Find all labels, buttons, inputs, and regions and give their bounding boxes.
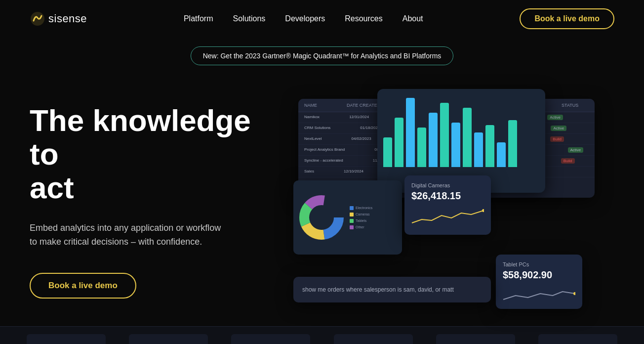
hero-left: The knowledge to act Embed analytics int… bbox=[30, 89, 267, 299]
logo-text: sisense bbox=[48, 12, 87, 25]
chart-bar bbox=[497, 142, 506, 167]
strip-item bbox=[538, 334, 617, 344]
pie-chart bbox=[299, 195, 344, 240]
strip-item bbox=[334, 334, 413, 344]
strip-item bbox=[436, 334, 515, 344]
chart-bar bbox=[451, 123, 460, 167]
navigation: sisense Platform Solutions Developers Re… bbox=[0, 0, 644, 38]
ai-query-bar: show me orders where salesperson is sam,… bbox=[293, 277, 491, 302]
hero-section: The knowledge to act Embed analytics int… bbox=[0, 69, 644, 326]
logo-icon bbox=[30, 11, 45, 27]
kpi-value: $26,418.15 bbox=[411, 190, 484, 202]
sparkline-chart bbox=[503, 285, 575, 302]
legend-item: Cameras bbox=[350, 213, 372, 216]
hero-heading: The knowledge to act bbox=[30, 104, 267, 205]
pie-chart-panel: Electronics Cameras Tablets Other bbox=[293, 180, 402, 255]
nav-platform[interactable]: Platform bbox=[184, 14, 213, 23]
strip-item bbox=[27, 334, 106, 344]
nav-developers[interactable]: Developers bbox=[285, 14, 325, 23]
pie-legend: Electronics Cameras Tablets Other bbox=[350, 206, 372, 229]
strip-item bbox=[129, 334, 208, 344]
svg-point-5 bbox=[313, 209, 330, 226]
nav-cta-button[interactable]: Book a live demo bbox=[520, 8, 614, 29]
bottom-strip bbox=[0, 326, 644, 344]
chart-bar bbox=[417, 128, 426, 167]
kpi-label: Digital Cameras bbox=[411, 182, 484, 188]
strip-item bbox=[231, 334, 310, 344]
legend-item: Other bbox=[350, 225, 372, 229]
chart-bar bbox=[406, 98, 415, 167]
query-text: show me orders where salesperson is sam,… bbox=[302, 286, 454, 293]
chart-bar bbox=[508, 120, 517, 167]
banner: New: Get the 2023 Gartner® Magic Quadran… bbox=[0, 38, 644, 69]
kpi-card-digital-cameras: Digital Cameras $26,418.15 bbox=[404, 175, 491, 235]
legend-item: Electronics bbox=[350, 206, 372, 210]
logo[interactable]: sisense bbox=[30, 11, 87, 27]
banner-pill[interactable]: New: Get the 2023 Gartner® Magic Quadran… bbox=[191, 46, 454, 65]
kpi-card-tablet-pcs: Tablet PCs $58,902.90 bbox=[496, 255, 582, 309]
legend-item: Tablets bbox=[350, 219, 372, 223]
nav-solutions[interactable]: Solutions bbox=[233, 14, 266, 23]
nav-resources[interactable]: Resources bbox=[345, 14, 382, 23]
chart-bars bbox=[383, 97, 539, 171]
dashboard-illustration: Name Date Created Type Owner Last Modifi… bbox=[279, 89, 614, 306]
chart-bar bbox=[383, 137, 392, 167]
chart-bar bbox=[474, 132, 483, 167]
hero-subtext: Embed analytics into any application or … bbox=[30, 221, 227, 250]
chart-bar bbox=[485, 125, 494, 167]
chart-bar bbox=[429, 113, 438, 167]
nav-links: Platform Solutions Developers Resources … bbox=[184, 14, 423, 23]
svg-point-7 bbox=[573, 292, 575, 295]
chart-bar bbox=[440, 103, 449, 167]
chart-bar bbox=[395, 118, 403, 167]
kpi-label: Tablet PCs bbox=[503, 261, 575, 267]
hero-cta-button[interactable]: Book a live demo bbox=[30, 273, 136, 299]
nav-about[interactable]: About bbox=[402, 14, 423, 23]
svg-point-6 bbox=[482, 209, 484, 212]
sparkline-chart bbox=[411, 206, 484, 225]
chart-bar bbox=[463, 108, 472, 167]
kpi-value: $58,902.90 bbox=[503, 269, 575, 281]
